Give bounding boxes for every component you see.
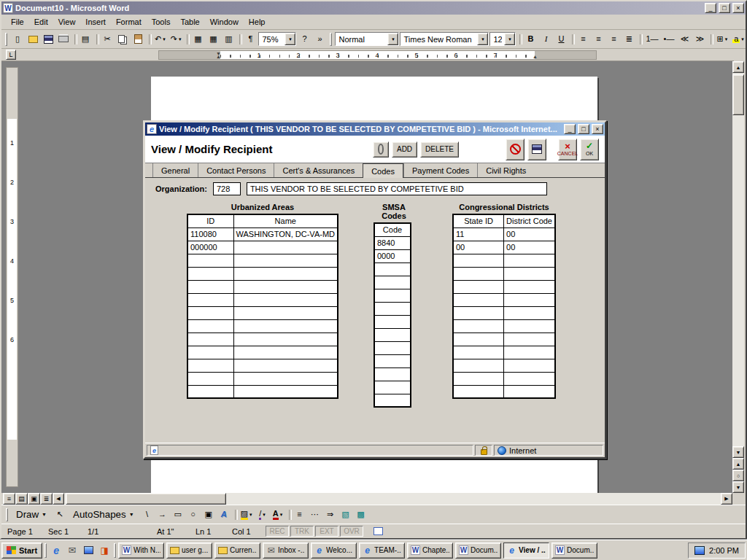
toolbar-drag-handle[interactable] [5,33,7,46]
scroll-right-button[interactable]: ▶ [721,493,732,505]
print-layout-view-button[interactable]: ▣ [28,493,40,505]
menu-item[interactable]: Window [205,16,244,28]
scroll-up-button[interactable]: ▲ [732,61,744,73]
organization-name-field[interactable]: THIS VENDOR TO BE SELECTED BY COMPETETIV… [247,182,547,195]
table-row[interactable]: 0000 [453,241,555,254]
style-combo[interactable]: Normal ▼ [335,32,399,46]
status-indicator[interactable]: REC [266,526,289,537]
outside-border-icon[interactable]: ⊞ [714,32,729,47]
arrow-style-icon[interactable]: ⇒ [323,508,338,522]
arrow-icon[interactable]: → [155,508,170,522]
font-size-combo[interactable]: 12 ▼ [489,32,516,46]
save-icon[interactable] [41,32,55,47]
align-center-icon[interactable]: ≡ [591,32,605,47]
tray-display-icon[interactable] [694,546,705,555]
delete-button[interactable]: DELETE [420,141,459,158]
table-row[interactable] [187,372,338,385]
cut-icon[interactable]: ✂ [100,32,115,47]
table-row[interactable] [187,385,338,398]
table-row[interactable] [374,328,411,341]
open-folder-icon[interactable] [26,32,40,47]
select-browse-object-button[interactable]: ○ [732,470,744,481]
paste-icon[interactable] [131,32,145,47]
numbering-icon[interactable]: 1― [643,32,660,47]
popup-maximize-button[interactable]: □ [578,124,589,134]
horizontal-scrollbar[interactable]: ≡▤▣≣ ◀ ▶ [3,493,732,505]
hanging-indent-marker[interactable]: ▲ [216,54,221,59]
table-row[interactable] [374,315,411,328]
word-restore-button[interactable]: □ [719,3,730,13]
table-row[interactable] [187,293,338,306]
bold-button[interactable]: B [523,32,538,47]
copy-icon[interactable] [115,32,130,47]
add-button[interactable]: ADD [392,141,417,158]
table-row[interactable] [374,302,411,315]
table-row[interactable] [453,319,555,332]
vertical-scroll-thumb[interactable] [732,74,744,115]
justify-icon[interactable]: ≣ [622,32,636,47]
task-button[interactable]: ✉Inbox -... [263,542,309,559]
font-dropdown-arrow[interactable]: ▼ [477,33,488,45]
undo-icon[interactable]: ↶ [152,32,168,47]
more-buttons-chevron[interactable]: » [312,32,327,47]
horizontal-scroll-thumb[interactable] [66,493,226,505]
word-titlebar[interactable]: W Document10 - Microsoft Word _ □ × [1,1,746,15]
table-row[interactable]: 1100 [453,228,555,241]
browse-previous-button[interactable]: ▲ [732,458,744,470]
table-row[interactable] [453,359,555,372]
new-document-icon[interactable]: ▯ [10,32,25,47]
columns-icon[interactable]: ▥ [221,32,236,47]
task-button[interactable]: Curren... [214,542,260,559]
redo-icon[interactable]: ↷ [169,32,184,47]
horizontal-scroll-track[interactable] [64,493,721,505]
undo-button[interactable] [506,139,525,160]
attachment-button[interactable] [373,141,389,158]
table-row[interactable] [453,267,555,280]
task-button[interactable]: WDocum... [455,542,501,559]
table-row[interactable] [374,354,411,368]
status-indicator[interactable]: OVR [340,526,363,537]
table-row[interactable] [374,276,411,289]
menu-item[interactable]: Table [175,16,204,28]
print-preview-icon[interactable]: ▤ [78,32,93,47]
zoom-dropdown-arrow[interactable]: ▼ [285,33,295,45]
scroll-down-button[interactable]: ▼ [732,446,744,458]
table-row[interactable] [187,319,338,332]
word-minimize-button[interactable]: _ [705,3,716,13]
show-paragraph-marks-icon[interactable]: ¶ [243,32,258,47]
toolbar-drag-handle[interactable] [330,33,332,46]
style-dropdown-arrow[interactable]: ▼ [387,33,398,45]
tab-stop-selector[interactable]: L [6,50,16,60]
menu-item[interactable]: View [53,16,81,28]
table-row[interactable] [374,394,411,407]
insert-table-icon[interactable]: ▦ [206,32,220,47]
table-row[interactable]: 8840 [374,236,411,249]
quick-launch-show-desktop-icon[interactable] [81,543,96,558]
tab[interactable]: Civil Rights [477,163,534,177]
browse-next-button[interactable]: ▼ [732,481,744,493]
tab[interactable]: Codes [363,163,403,178]
table-row[interactable] [453,372,555,385]
highlight-icon[interactable]: a [730,32,746,47]
table-row[interactable] [453,293,555,306]
font-size-dropdown-arrow[interactable]: ▼ [504,33,515,45]
vertical-scroll-track[interactable] [732,73,744,446]
start-button[interactable]: Start [1,542,42,559]
table-row[interactable] [374,262,411,276]
table-row[interactable] [374,368,411,381]
normal-view-button[interactable]: ≡ [3,493,15,505]
italic-button[interactable]: I [538,32,553,47]
scroll-left-button[interactable]: ◀ [53,493,64,505]
save-button[interactable] [527,139,546,160]
popup-minimize-button[interactable]: _ [564,124,576,134]
status-indicator[interactable]: TRK [290,526,314,537]
increase-indent-icon[interactable]: ≫ [692,32,707,47]
align-right-icon[interactable]: ≡ [606,32,621,47]
underline-button[interactable]: U [554,32,568,47]
table-row[interactable] [187,346,338,359]
tab[interactable]: General [152,163,198,177]
oval-icon[interactable]: ○ [186,508,201,522]
align-left-icon[interactable]: ≡ [576,32,590,47]
draw-font-color-icon[interactable]: A [271,508,285,522]
line-style-icon[interactable]: ≡ [293,508,307,522]
